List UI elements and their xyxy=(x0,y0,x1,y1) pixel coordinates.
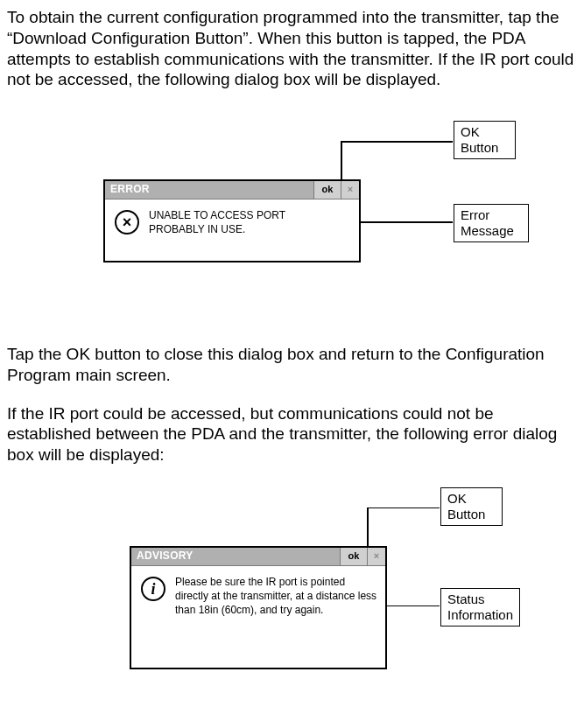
callout-lead xyxy=(367,508,369,548)
callout-lead xyxy=(341,141,453,143)
intro-paragraph-1: To obtain the current configuration prog… xyxy=(7,7,577,90)
dialog-close-button[interactable]: × xyxy=(367,548,385,565)
dialog-titlebar: ADVISORY ok × xyxy=(131,548,385,566)
dialog-message: UNABLE TO ACCESS PORTPROBABLY IN USE. xyxy=(142,208,285,236)
dialog-message: Please be sure the IR port is pointed di… xyxy=(168,575,378,618)
callout-lead xyxy=(367,508,440,509)
dialog-ok-button[interactable]: ok xyxy=(313,181,341,199)
callout-error-message: ErrorMessage xyxy=(454,204,529,242)
figure-error-dialog: OKButton ErrorMessage ERROR ok × × UNABL… xyxy=(7,125,577,300)
advisory-dialog: ADVISORY ok × i Please be sure the IR po… xyxy=(130,546,387,669)
callout-lead xyxy=(359,221,453,223)
intro-paragraph-3: If the IR port could be accessed, but co… xyxy=(7,403,577,466)
callout-lead xyxy=(385,606,440,607)
dialog-body: i Please be sure the IR port is pointed … xyxy=(131,566,385,668)
callout-ok-button: OKButton xyxy=(440,487,503,526)
callout-status-info: StatusInformation xyxy=(440,588,520,626)
dialog-title: ERROR xyxy=(105,181,313,199)
dialog-icon-cell: × xyxy=(112,208,142,234)
dialog-close-button[interactable]: × xyxy=(341,181,359,199)
error-dialog: ERROR ok × × UNABLE TO ACCESS PORTPROBAB… xyxy=(103,179,361,262)
figure-advisory-dialog: OKButton StatusInformation ADVISORY ok ×… xyxy=(7,492,577,693)
info-icon: i xyxy=(141,577,165,601)
intro-paragraph-2: Tap the OK button to close this dialog b… xyxy=(7,344,577,386)
callout-ok-button: OKButton xyxy=(454,121,516,159)
dialog-titlebar: ERROR ok × xyxy=(105,181,359,200)
dialog-title: ADVISORY xyxy=(131,548,340,565)
dialog-icon-cell: i xyxy=(138,575,168,601)
dialog-ok-button[interactable]: ok xyxy=(340,548,367,565)
dialog-body: × UNABLE TO ACCESS PORTPROBABLY IN USE. xyxy=(105,200,359,261)
callout-lead xyxy=(341,141,342,181)
error-icon: × xyxy=(115,210,139,234)
